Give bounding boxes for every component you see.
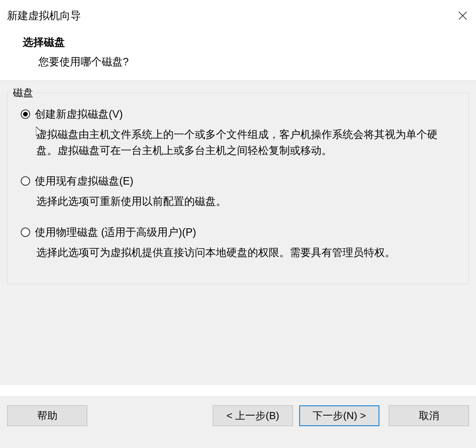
- wizard-footer: 帮助 < 上一步(B) 下一步(N) > 取消: [0, 396, 476, 448]
- radio-icon[interactable]: [21, 109, 30, 119]
- radio-description: 选择此选项可为虚拟机提供直接访问本地硬盘的权限。需要具有管理员特权。: [36, 245, 457, 261]
- radio-icon[interactable]: [21, 228, 30, 237]
- wizard-content: 磁盘 创建新虚拟磁盘(V) 虚拟磁盘由主机文件系统上的一个或多个文件组成，客户机…: [0, 81, 476, 385]
- radio-label[interactable]: 创建新虚拟磁盘(V): [35, 107, 123, 121]
- back-button[interactable]: < 上一步(B): [213, 405, 293, 426]
- page-subtitle: 您要使用哪个磁盘?: [38, 55, 469, 69]
- radio-description: 选择此选项可重新使用以前配置的磁盘。: [36, 194, 457, 210]
- fieldset-legend: 磁盘: [11, 86, 36, 100]
- wizard-header: 选择磁盘 您要使用哪个磁盘?: [0, 27, 476, 81]
- help-button[interactable]: 帮助: [7, 405, 87, 426]
- radio-row[interactable]: 使用现有虚拟磁盘(E): [21, 174, 457, 188]
- window-title: 新建虚拟机向导: [7, 9, 81, 23]
- radio-row[interactable]: 使用物理磁盘 (适用于高级用户)(P): [21, 225, 457, 239]
- radio-option-use-physical: 使用物理磁盘 (适用于高级用户)(P) 选择此选项可为虚拟机提供直接访问本地硬盘…: [21, 225, 457, 261]
- disk-radio-group: 创建新虚拟磁盘(V) 虚拟磁盘由主机文件系统上的一个或多个文件组成，客户机操作系…: [21, 107, 457, 260]
- next-button[interactable]: 下一步(N) >: [299, 405, 379, 426]
- radio-option-use-existing: 使用现有虚拟磁盘(E) 选择此选项可重新使用以前配置的磁盘。: [21, 174, 457, 210]
- radio-option-create-new: 创建新虚拟磁盘(V) 虚拟磁盘由主机文件系统上的一个或多个文件组成，客户机操作系…: [21, 107, 457, 158]
- page-title: 选择磁盘: [23, 35, 469, 49]
- radio-icon[interactable]: [21, 176, 30, 186]
- radio-label[interactable]: 使用现有虚拟磁盘(E): [35, 174, 133, 188]
- radio-description: 虚拟磁盘由主机文件系统上的一个或多个文件组成，客户机操作系统会将其视为单个硬盘。…: [36, 127, 457, 158]
- disk-fieldset: 磁盘 创建新虚拟磁盘(V) 虚拟磁盘由主机文件系统上的一个或多个文件组成，客户机…: [7, 93, 469, 284]
- titlebar: 新建虚拟机向导: [0, 0, 476, 27]
- cancel-button[interactable]: 取消: [389, 405, 469, 426]
- radio-row[interactable]: 创建新虚拟磁盘(V): [21, 107, 457, 121]
- close-icon[interactable]: [455, 8, 471, 23]
- radio-label[interactable]: 使用物理磁盘 (适用于高级用户)(P): [35, 225, 196, 239]
